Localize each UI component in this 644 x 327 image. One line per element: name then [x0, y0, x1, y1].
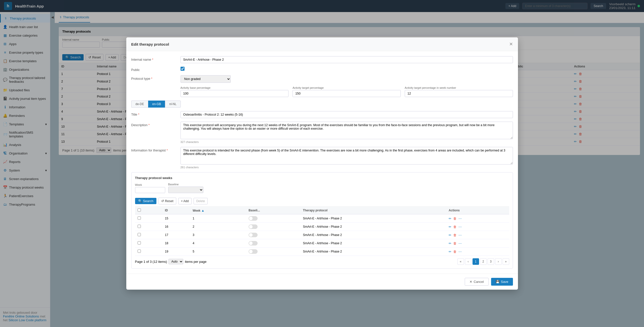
week-row-checkbox-2[interactable]	[138, 233, 141, 236]
week-edit-icon[interactable]: ✏	[449, 217, 451, 220]
cancel-icon: ✕	[470, 280, 472, 284]
week-row-baseline	[246, 231, 300, 239]
weeks-col-protocol: Therapy protocol	[300, 207, 446, 214]
week-row-check	[135, 248, 162, 256]
title-field-input[interactable]	[181, 111, 513, 118]
activity-target-pct-group: Activity target percentage	[292, 86, 401, 97]
cancel-button[interactable]: ✕ Cancel	[465, 278, 488, 286]
weeks-section-title: Therapy protocol weeks	[135, 176, 509, 180]
weeks-delete-button[interactable]: Delete	[194, 198, 208, 204]
activity-target-pct-week-input[interactable]	[405, 90, 513, 97]
inner-content: Therapy protocols Internal name Public	[55, 23, 644, 327]
info-therapist-group: This exercise protocol is intended for t…	[181, 147, 513, 169]
weeks-col-week: Week ▲	[190, 207, 246, 214]
save-icon: 💾	[496, 280, 500, 284]
week-filter-label: Week	[135, 183, 165, 186]
activity-target-pct-week-group: Activity target percentage in week numbe…	[405, 86, 513, 97]
weeks-reset-button[interactable]: ↺ Reset	[158, 198, 176, 204]
baseline-toggle-0[interactable]	[249, 216, 258, 221]
weeks-pagination-text: Page 1 of 3 (12 items)	[135, 260, 167, 264]
page-next-next[interactable]: »	[503, 258, 509, 265]
activity-base-pct-label: Activity base percentage	[181, 86, 289, 89]
week-delete-icon[interactable]: 🗑	[453, 233, 456, 237]
week-delete-icon[interactable]: 🗑	[453, 250, 456, 254]
week-edit-icon[interactable]: ✏	[449, 225, 451, 229]
modal-header: Edit therapy protocol ✕	[126, 37, 518, 51]
baseline-filter-group: Baseline Yes No	[168, 183, 203, 193]
week-edit-icon[interactable]: ✏	[449, 250, 451, 254]
week-row-id: 15	[162, 214, 190, 223]
week-delete-icon[interactable]: 🗑	[453, 225, 456, 229]
week-filter-input[interactable]	[135, 187, 165, 193]
info-therapist-textarea[interactable]: This exercise protocol is intended for t…	[181, 147, 513, 165]
activity-pcts-group: Activity base percentage Activity target…	[181, 86, 513, 97]
internal-name-label: Internal name *	[131, 56, 177, 61]
week-row-id: 18	[162, 239, 190, 248]
form-row-protocol-type: Protocol type * Non graded Graded	[131, 75, 513, 83]
activity-target-pct-input[interactable]	[292, 90, 401, 97]
week-row-week: 3	[190, 231, 246, 239]
weeks-pagination: Page 1 of 3 (12 items) Auto items per pa…	[135, 258, 509, 265]
weeks-table-header: ID Week ▲ Baseli... Therapy protocol Act…	[135, 207, 509, 214]
week-edit-icon[interactable]: ✏	[449, 241, 451, 245]
week-row-baseline	[246, 248, 300, 256]
week-more-icon[interactable]: ⋯	[458, 233, 462, 237]
week-delete-icon[interactable]: 🗑	[453, 217, 456, 220]
baseline-toggle-3[interactable]	[249, 241, 258, 246]
weeks-table-row: 16 2 SmArt-E - Artrhose - Phase 2 ✏ 🗑 ⋯	[135, 223, 509, 231]
week-row-baseline	[246, 223, 300, 231]
page-next[interactable]: ›	[495, 258, 502, 265]
week-row-checkbox-4[interactable]	[138, 250, 141, 253]
week-row-protocol: SmArt-E - Artrhose - Phase 2	[300, 223, 446, 231]
week-row-protocol: SmArt-E - Artrhose - Phase 2	[300, 248, 446, 256]
week-row-protocol: SmArt-E - Artrhose - Phase 2	[300, 239, 446, 248]
week-more-icon[interactable]: ⋯	[458, 250, 462, 254]
weeks-items-per-page-label: items per page	[185, 260, 206, 264]
page-prev[interactable]: ‹	[465, 258, 472, 265]
week-row-check	[135, 239, 162, 248]
page-prev-prev[interactable]: «	[457, 258, 464, 265]
baseline-toggle-4[interactable]	[249, 249, 258, 254]
weeks-items-per-page[interactable]: Auto	[168, 259, 183, 264]
week-row-week: 1	[190, 214, 246, 223]
week-row-protocol: SmArt-E - Artrhose - Phase 2	[300, 214, 446, 223]
activity-target-pct-week-label: Activity target percentage in week numbe…	[405, 86, 513, 89]
week-edit-icon[interactable]: ✏	[449, 233, 451, 237]
week-more-icon[interactable]: ⋯	[458, 241, 462, 245]
public-label: Public	[131, 67, 177, 72]
week-row-check	[135, 214, 162, 223]
select-all-checkbox[interactable]	[138, 208, 141, 212]
page-1[interactable]: 1	[473, 258, 479, 265]
week-row-check	[135, 231, 162, 239]
weeks-search-button[interactable]: 🔍 Search	[135, 198, 156, 204]
public-checkbox[interactable]	[181, 67, 185, 71]
save-button[interactable]: 💾 Save	[491, 278, 513, 286]
week-row-baseline	[246, 239, 300, 248]
week-row-checkbox-3[interactable]	[138, 241, 141, 244]
lang-tab-en-GB[interactable]: en-GB	[148, 101, 165, 108]
week-row-id: 17	[162, 231, 190, 239]
main-layout: ⚕Therapy protocols👤Health train user lis…	[0, 12, 644, 327]
baseline-toggle-1[interactable]	[249, 224, 258, 229]
week-row-checkbox-1[interactable]	[138, 225, 141, 228]
description-textarea[interactable]: This exercise protocol will accompany yo…	[181, 122, 513, 139]
modal-close-button[interactable]: ✕	[509, 41, 513, 47]
weeks-add-button[interactable]: + Add	[178, 198, 192, 204]
lang-tab-nl-NL[interactable]: nl-NL	[165, 101, 181, 108]
week-delete-icon[interactable]: 🗑	[453, 241, 456, 245]
title-field-label: Title *	[131, 111, 177, 116]
protocol-type-select[interactable]: Non graded Graded	[181, 75, 231, 83]
lang-tab-de-DE[interactable]: de-DE	[131, 101, 148, 108]
activity-base-pct-input[interactable]	[181, 90, 289, 97]
activity-target-pct-label: Activity target percentage	[292, 86, 401, 89]
page-2[interactable]: 2	[480, 258, 487, 265]
week-more-icon[interactable]: ⋯	[458, 217, 462, 220]
page-3[interactable]: 3	[488, 258, 494, 265]
baseline-filter-select[interactable]: Yes No	[168, 187, 203, 193]
baseline-toggle-2[interactable]	[249, 233, 258, 237]
internal-name-input[interactable]	[181, 56, 513, 63]
activity-base-pct-group: Activity base percentage	[181, 86, 289, 97]
week-row-checkbox-0[interactable]	[138, 216, 141, 220]
week-more-icon[interactable]: ⋯	[458, 225, 462, 229]
modal-title: Edit therapy protocol	[131, 42, 169, 46]
